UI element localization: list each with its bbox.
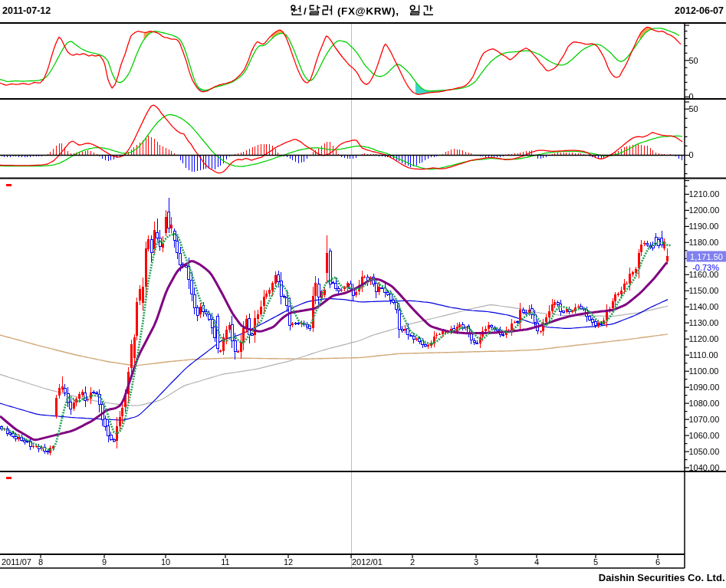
svg-text:2011/07: 2011/07 — [2, 557, 31, 567]
svg-text:12: 12 — [284, 557, 293, 567]
svg-text:1040.00: 1040.00 — [689, 463, 720, 472]
svg-text:6: 6 — [655, 557, 660, 567]
svg-text:5: 5 — [593, 557, 598, 567]
svg-text:1180.00: 1180.00 — [689, 238, 719, 247]
svg-text:2012/01: 2012/01 — [352, 557, 383, 567]
svg-text:1200.00: 1200.00 — [689, 205, 720, 215]
svg-text:1090.00: 1090.00 — [689, 383, 720, 392]
svg-text:11: 11 — [221, 557, 229, 567]
svg-text:0: 0 — [689, 92, 694, 101]
svg-text:1050.00: 1050.00 — [689, 447, 720, 456]
svg-text:1150.00: 1150.00 — [689, 286, 719, 295]
svg-text:1130.00: 1130.00 — [689, 318, 719, 327]
svg-text:1190.00: 1190.00 — [689, 222, 719, 231]
svg-text:8: 8 — [38, 557, 43, 567]
svg-text:1210.00: 1210.00 — [689, 189, 720, 199]
svg-text:(FX@KRW),: (FX@KRW), — [337, 5, 399, 17]
svg-text:2011-07-12: 2011-07-12 — [2, 5, 51, 16]
svg-text:1140.00: 1140.00 — [689, 302, 719, 311]
svg-text:-0.73%: -0.73% — [692, 263, 719, 272]
svg-text:2012-06-07: 2012-06-07 — [675, 5, 724, 16]
svg-text:1,171.50: 1,171.50 — [690, 252, 723, 261]
svg-text:1120.00: 1120.00 — [689, 334, 719, 343]
svg-text:50: 50 — [689, 104, 698, 113]
svg-text:9: 9 — [102, 557, 107, 567]
svg-text:1060.00: 1060.00 — [689, 431, 720, 440]
svg-text:1100.00: 1100.00 — [689, 366, 719, 376]
svg-text:/: / — [304, 5, 307, 17]
svg-text:1070.00: 1070.00 — [689, 415, 720, 424]
svg-text:1080.00: 1080.00 — [689, 399, 720, 408]
svg-text:10: 10 — [161, 557, 170, 567]
svg-text:4: 4 — [534, 557, 539, 567]
svg-text:2: 2 — [410, 557, 415, 567]
svg-text:0: 0 — [689, 150, 694, 159]
svg-text:1110.00: 1110.00 — [689, 350, 718, 360]
svg-text:Daishin Securities Co. Ltd.: Daishin Securities Co. Ltd. — [599, 572, 725, 583]
svg-text:50: 50 — [689, 56, 698, 65]
svg-text:3: 3 — [474, 557, 478, 567]
